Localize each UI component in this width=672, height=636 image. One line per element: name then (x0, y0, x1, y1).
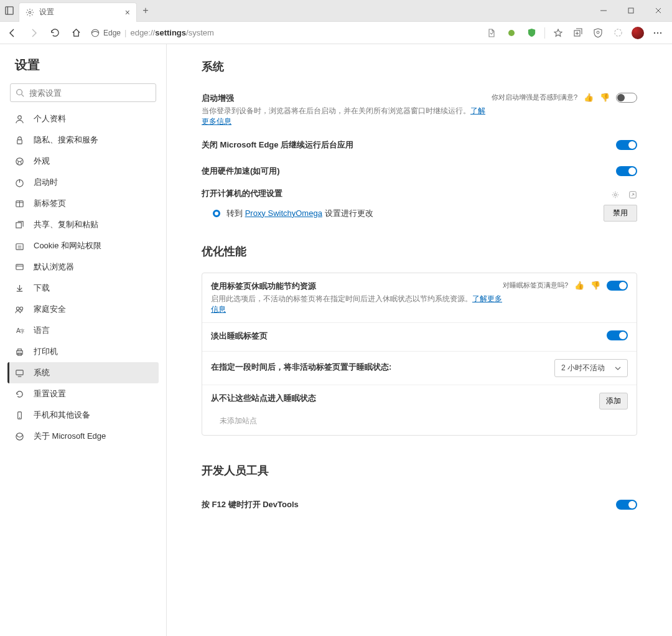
sidebar-item-9[interactable]: 家庭安全 (7, 299, 159, 320)
app-menu-icon[interactable] (0, 6, 19, 15)
proxy-heading: 打开计算机的代理设置 (202, 188, 282, 199)
sidebar-item-5[interactable]: 共享、复制和粘贴 (7, 214, 159, 235)
sleep-tabs-toggle[interactable] (607, 281, 628, 291)
sleep-tabs-row: 使用标签页休眠功能节约资源 启用此选项后，不活动的标签页将在指定时间后进入休眠状… (202, 273, 637, 322)
sidebar-item-label: 手机和其他设备 (34, 409, 90, 421)
nav-icon (15, 368, 25, 378)
nav-icon (15, 263, 25, 272)
svg-point-16 (17, 90, 22, 95)
sidebar-item-label: 启动时 (34, 177, 58, 188)
hardware-accel-toggle[interactable] (616, 166, 637, 176)
sidebar-item-15[interactable]: 关于 Microsoft Edge (7, 426, 159, 447)
proxy-link[interactable]: Proxy SwitchyOmega (245, 208, 322, 218)
sleep-timeout-dropdown[interactable]: 2 小时不活动 (554, 359, 628, 377)
sidebar-item-label: 共享、复制和粘贴 (34, 219, 98, 230)
thumbs-down-icon[interactable]: 👎 (600, 93, 610, 102)
maximize-button[interactable] (617, 0, 645, 22)
f12-toggle[interactable] (616, 500, 637, 510)
startup-boost-toggle[interactable] (616, 93, 637, 103)
sidebar-item-7[interactable]: 默认浏览器 (7, 256, 159, 278)
sidebar: 设置 个人资料隐私、搜索和服务外观启动时新标签页共享、复制和粘贴Cookie 和… (0, 44, 167, 636)
sidebar-item-3[interactable]: 启动时 (7, 172, 159, 193)
svg-rect-27 (16, 243, 23, 249)
sidebar-item-10[interactable]: A字语言 (7, 320, 159, 341)
back-button[interactable] (2, 23, 22, 43)
search-input[interactable] (10, 83, 156, 102)
tab-title: 设置 (39, 7, 120, 17)
titlebar: 设置 × + (0, 0, 672, 22)
extension-icon (213, 210, 220, 217)
hardware-accel-title: 使用硬件加速(如可用) (202, 166, 616, 177)
thumbs-up-icon[interactable]: 👍 (574, 281, 584, 290)
collections-icon[interactable] (569, 24, 587, 42)
sleep-feedback: 对睡眠标签页满意吗? 👍 👎 (503, 281, 600, 290)
sidebar-item-label: Cookie 和网站权限 (34, 240, 101, 251)
nav-icon (15, 199, 25, 208)
profile-avatar[interactable] (628, 24, 647, 42)
sidebar-item-11[interactable]: 打印机 (7, 341, 159, 362)
chevron-down-icon (615, 367, 621, 370)
read-aloud-icon[interactable] (482, 24, 501, 42)
sidebar-item-2[interactable]: 外观 (7, 151, 159, 172)
sidebar-item-4[interactable]: 新标签页 (7, 193, 159, 214)
address-bar[interactable]: Edge | edge://settings/system (87, 28, 481, 37)
disable-button[interactable]: 禁用 (604, 205, 637, 222)
nav-list: 个人资料隐私、搜索和服务外观启动时新标签页共享、复制和粘贴Cookie 和网站权… (7, 108, 159, 447)
gear-icon[interactable] (611, 190, 620, 199)
fade-tabs-toggle[interactable] (607, 330, 628, 340)
refresh-button[interactable] (45, 23, 65, 43)
svg-point-13 (654, 32, 655, 33)
svg-rect-40 (16, 370, 23, 375)
home-button[interactable] (66, 23, 86, 43)
sidebar-item-label: 打印机 (34, 346, 58, 357)
sidebar-item-14[interactable]: 手机和其他设备 (7, 405, 159, 426)
close-button[interactable] (645, 0, 672, 22)
search-field[interactable] (29, 88, 151, 98)
content: 设置 个人资料隐私、搜索和服务外观启动时新标签页共享、复制和粘贴Cookie 和… (0, 44, 672, 636)
shield-icon[interactable] (522, 24, 541, 42)
svg-rect-30 (16, 264, 23, 269)
performance-card: 使用标签页休眠功能节约资源 启用此选项后，不活动的标签页将在指定时间后进入休眠状… (202, 273, 637, 436)
svg-rect-0 (6, 7, 13, 14)
sidebar-item-label: 新标签页 (34, 198, 66, 209)
sidebar-item-12[interactable]: 系统 (7, 362, 159, 383)
sidebar-item-label: 语言 (34, 325, 50, 336)
forward-button[interactable] (24, 23, 44, 43)
thumbs-down-icon[interactable]: 👎 (590, 281, 600, 290)
more-icon[interactable] (648, 24, 667, 42)
sidebar-item-8[interactable]: 下载 (7, 278, 159, 299)
svg-point-12 (614, 29, 621, 36)
add-site-button[interactable]: 添加 (599, 393, 628, 409)
tab-close-icon[interactable]: × (125, 7, 130, 17)
web-capture-icon[interactable] (589, 24, 607, 42)
browser-tab[interactable]: 设置 × (19, 2, 137, 22)
sidebar-item-0[interactable]: 个人资料 (7, 108, 159, 129)
sidebar-item-6[interactable]: Cookie 和网站权限 (7, 235, 159, 256)
tab-add-button[interactable]: + (137, 5, 154, 16)
nav-icon (15, 411, 25, 420)
continue-running-toggle[interactable] (616, 140, 637, 150)
sidebar-item-label: 关于 Microsoft Edge (34, 431, 106, 442)
minimize-button[interactable] (590, 0, 617, 22)
extension-dot-icon[interactable] (502, 24, 521, 42)
sidebar-item-label: 外观 (34, 156, 50, 167)
performance-title: 优化性能 (202, 244, 637, 259)
sidebar-item-label: 隐私、搜索和服务 (34, 134, 98, 146)
sync-icon[interactable] (609, 24, 627, 42)
svg-point-11 (597, 31, 599, 34)
sidebar-item-1[interactable]: 隐私、搜索和服务 (7, 129, 159, 151)
sidebar-item-label: 默认浏览器 (34, 261, 74, 273)
thumbs-up-icon[interactable]: 👍 (584, 93, 594, 102)
svg-point-33 (16, 307, 19, 310)
favorites-icon[interactable] (549, 24, 567, 42)
nav-icon (15, 178, 25, 187)
gear-icon (26, 8, 34, 17)
never-sleep-empty: 未添加站点 (202, 412, 637, 435)
nav-icon (15, 220, 25, 230)
sidebar-item-13[interactable]: 重置设置 (7, 383, 159, 405)
open-icon[interactable] (628, 190, 637, 199)
fade-tabs-title: 淡出睡眠标签页 (211, 330, 607, 342)
url-separator: | (124, 28, 126, 37)
startup-boost-title: 启动增强 (202, 93, 492, 104)
f12-title: 按 F12 键时打开 DevTools (202, 499, 616, 510)
